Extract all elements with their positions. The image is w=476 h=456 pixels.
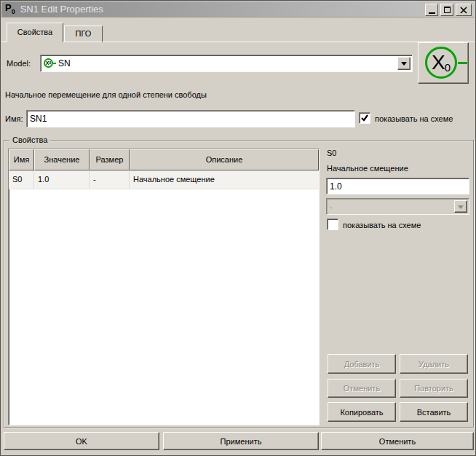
minimize-icon bbox=[429, 12, 435, 14]
name-input[interactable] bbox=[26, 110, 355, 127]
paste-button[interactable]: Вставить bbox=[400, 402, 468, 422]
model-combobox[interactable]: X0 SN bbox=[40, 55, 413, 72]
minimize-button[interactable] bbox=[425, 4, 438, 16]
cell-value: 1.0 bbox=[34, 170, 90, 189]
copy-button[interactable]: Копировать bbox=[328, 402, 396, 422]
app-icon: P0 bbox=[5, 3, 15, 15]
column-header-value[interactable]: Значение bbox=[34, 149, 90, 170]
maximize-button[interactable] bbox=[440, 4, 453, 16]
table-row[interactable]: S0 1.0 - Начальное смещение bbox=[9, 170, 319, 189]
column-header-name[interactable]: Имя bbox=[9, 149, 34, 170]
element-description: Начальное перемещение для одной степени … bbox=[5, 90, 207, 99]
show-on-scheme-label: показывать на схеме bbox=[375, 114, 453, 123]
close-button[interactable] bbox=[456, 4, 472, 16]
model-label: Model: bbox=[7, 59, 31, 68]
table-header-row: Имя Значение Размер Описание bbox=[9, 149, 319, 170]
groupbox-title: Свойства bbox=[9, 135, 50, 144]
cell-name: S0 bbox=[9, 170, 34, 189]
show-property-checkbox[interactable] bbox=[327, 219, 338, 230]
add-button: Добавить bbox=[328, 354, 396, 374]
apply-button[interactable]: Применить bbox=[163, 432, 319, 450]
tab-properties[interactable]: Свойства bbox=[7, 23, 63, 42]
show-on-scheme-checkbox[interactable] bbox=[359, 112, 370, 124]
check-icon bbox=[360, 114, 369, 122]
properties-table: Имя Значение Размер Описание S0 1.0 - На… bbox=[8, 149, 320, 425]
properties-groupbox: Свойства Имя Значение Размер Описание S0… bbox=[4, 140, 474, 428]
column-header-description[interactable]: Описание bbox=[130, 149, 319, 170]
model-value: SN bbox=[58, 58, 71, 68]
window-controls bbox=[425, 4, 472, 16]
delete-button: Удалить bbox=[400, 354, 468, 374]
column-header-size[interactable]: Размер bbox=[90, 149, 130, 170]
property-value-input[interactable] bbox=[326, 178, 469, 194]
undo-button: Отменить bbox=[328, 379, 396, 398]
unit-value: - bbox=[330, 203, 333, 211]
name-label: Имя: bbox=[5, 114, 23, 123]
selected-property-description: Начальное смещение bbox=[327, 164, 408, 173]
maximize-icon bbox=[444, 7, 451, 13]
edit-properties-dialog: P0 SN1 Edit Properties Свойства ПГО Mode… bbox=[0, 0, 476, 456]
cell-description: Начальное смещение bbox=[130, 170, 319, 189]
x0-element-symbol-mini-icon: X0 bbox=[44, 58, 54, 68]
tab-pgo[interactable]: ПГО bbox=[64, 25, 103, 42]
show-property-label: показывать на схеме bbox=[343, 221, 421, 229]
model-symbol-preview: X0 bbox=[418, 42, 469, 84]
redo-button: Повторить bbox=[400, 379, 468, 398]
unit-combobox-disabled: - bbox=[326, 198, 469, 215]
title-bar: P0 SN1 Edit Properties bbox=[1, 1, 475, 17]
cell-size: - bbox=[90, 170, 130, 189]
close-icon bbox=[460, 7, 467, 14]
window-title: SN1 Edit Properties bbox=[20, 4, 103, 15]
cancel-button[interactable]: Отменить bbox=[321, 432, 474, 450]
unit-dropdown-button bbox=[454, 200, 467, 213]
model-dropdown-button[interactable] bbox=[397, 57, 410, 70]
chevron-down-icon bbox=[458, 205, 464, 212]
selected-property-name: S0 bbox=[327, 149, 336, 157]
x0-element-symbol-icon: X0 bbox=[425, 47, 457, 79]
chevron-down-icon bbox=[401, 62, 407, 68]
symbol-terminal-line bbox=[458, 62, 467, 64]
ok-button[interactable]: OK bbox=[4, 432, 159, 450]
